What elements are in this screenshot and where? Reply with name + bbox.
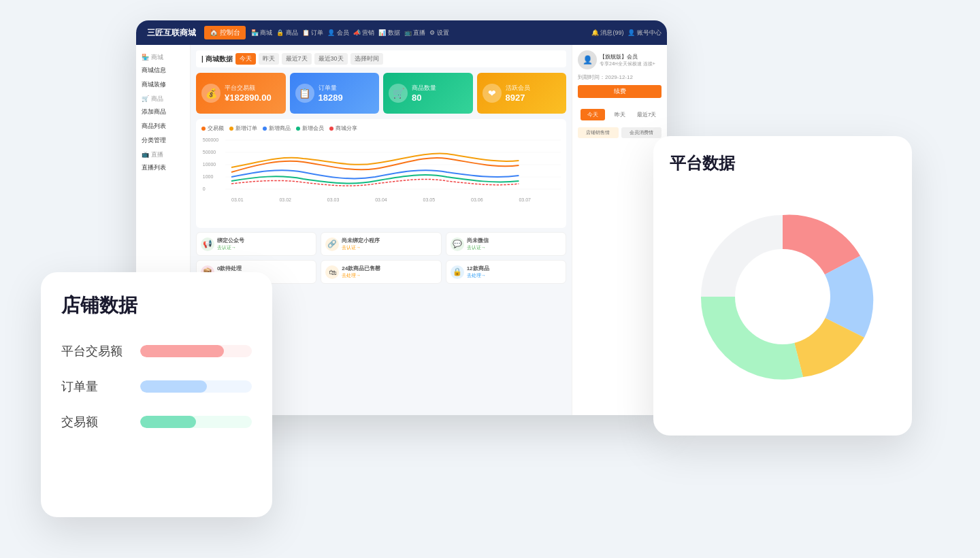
tab-today[interactable]: 今天 bbox=[581, 109, 605, 120]
legend-dot-share bbox=[329, 127, 333, 131]
orders-value: 18289 bbox=[318, 93, 343, 103]
metric-amount: 交易额 bbox=[61, 414, 252, 430]
stat-card-transaction: 💰 平台交易额 ¥182890.00 bbox=[196, 73, 286, 114]
right-info-panel: 👤 【旗舰版】会员 专享24H全天候极速 连接+ 到期时间：2029-12-12… bbox=[572, 45, 667, 415]
store-title: 店铺数据 bbox=[61, 293, 252, 318]
locked-icon: 🔒 bbox=[451, 265, 464, 279]
svg-text:03.04: 03.04 bbox=[375, 197, 387, 203]
sidebar-item-live-list[interactable]: 直播列表 bbox=[136, 161, 190, 175]
stat-card-members: ❤ 活跃会员 8927 bbox=[477, 73, 567, 114]
nav-member[interactable]: 👤 会员 bbox=[327, 29, 349, 37]
renew-button[interactable]: 续费 bbox=[578, 85, 662, 98]
orders-icon: 📋 bbox=[295, 84, 314, 103]
filter-yesterday[interactable]: 昨天 bbox=[259, 53, 279, 65]
notif-miniapp-text: 尚未绑定小程序 去认证→ bbox=[342, 237, 380, 251]
stat-card-orders: 📋 订单量 18289 bbox=[290, 73, 380, 114]
nav-live[interactable]: 📺 直播 bbox=[404, 29, 426, 37]
nav-order[interactable]: 📋 订单 bbox=[302, 29, 324, 37]
metric-amount-bar-bg bbox=[140, 416, 252, 428]
notif-miniapp-action[interactable]: 去认证→ bbox=[342, 244, 380, 251]
svg-text:1000: 1000 bbox=[203, 174, 214, 180]
members-value: 8927 bbox=[506, 93, 530, 103]
donut-chart bbox=[681, 195, 885, 399]
filter-30days[interactable]: 最近30天 bbox=[314, 53, 348, 65]
legend-label-transaction: 交易额 bbox=[208, 125, 224, 132]
expire-date: 到期时间：2029-12-12 bbox=[578, 73, 662, 81]
notif-miniapp[interactable]: 🔗 尚未绑定小程序 去认证→ bbox=[321, 232, 441, 256]
notif-wechat-text: 尚未微信 去认证→ bbox=[467, 237, 489, 251]
tab-7days[interactable]: 最近7天 bbox=[634, 109, 659, 120]
tab-store-sales[interactable]: 店铺销售情 bbox=[578, 127, 619, 138]
notif-public-action[interactable]: 去认证→ bbox=[217, 244, 244, 251]
miniapp-icon: 🔗 bbox=[325, 237, 339, 251]
sidebar-item-product-list[interactable]: 商品列表 bbox=[136, 119, 190, 133]
brand: 三匠互联商城 bbox=[142, 26, 201, 40]
legend-share: 商城分享 bbox=[329, 125, 357, 132]
avatar: 👤 bbox=[578, 50, 597, 69]
svg-text:03.03: 03.03 bbox=[327, 197, 340, 203]
sidebar-item-mall-info[interactable]: 商城信息 bbox=[136, 63, 190, 78]
legend-dot-orders bbox=[229, 127, 233, 131]
legend-label-members: 新增会员 bbox=[302, 125, 324, 132]
metric-orders-bar-bg bbox=[140, 380, 252, 393]
sidebar-section-product: 🛒 商品 bbox=[136, 92, 190, 105]
notif-locked[interactable]: 🔒 12款商品 去处理→ bbox=[446, 260, 566, 284]
members-icon: ❤ bbox=[483, 84, 502, 103]
products-info: 商品数量 80 bbox=[412, 84, 436, 103]
notif-soldout-text: 24款商品已售罄 去处理→ bbox=[342, 265, 380, 279]
bottom-tabs: 今天 昨天 最近7天 bbox=[578, 106, 662, 123]
sidebar-section-live: 📺 直播 bbox=[136, 148, 190, 161]
sidebar-section-mall: 🏪 商城 bbox=[136, 50, 190, 63]
sidebar-item-add-product[interactable]: 添加商品 bbox=[136, 105, 190, 119]
chart-svg: 500000 50000 10000 1000 0 03.01 03.02 bbox=[201, 135, 561, 210]
chart-legend: 交易额 新增订单 新增商品 新增会员 bbox=[201, 125, 561, 132]
tab-yesterday[interactable]: 昨天 bbox=[608, 109, 632, 120]
tab-member-consume[interactable]: 会员消费情 bbox=[621, 127, 662, 138]
legend-label-products: 新增商品 bbox=[269, 125, 291, 132]
legend-label-orders: 新增订单 bbox=[235, 125, 257, 132]
filter-today[interactable]: 今天 bbox=[235, 53, 256, 65]
nav-settings[interactable]: ⚙ 设置 bbox=[429, 29, 449, 37]
products-label: 商品数量 bbox=[412, 84, 436, 93]
transaction-icon: 💰 bbox=[201, 84, 220, 103]
svg-text:10000: 10000 bbox=[203, 161, 216, 168]
notif-wechat-action[interactable]: 去认证→ bbox=[467, 244, 489, 251]
svg-text:03.07: 03.07 bbox=[519, 197, 531, 203]
nav-product[interactable]: 🔒 商品 bbox=[276, 29, 298, 37]
notif-public-text: 绑定公众号 去认证→ bbox=[217, 237, 244, 251]
metric-transaction-label: 平台交易额 bbox=[61, 343, 129, 359]
notif-row-1: 📢 绑定公众号 去认证→ 🔗 尚未绑定小程序 去认证→ bbox=[196, 232, 566, 256]
scene-container: 三匠互联商城 🏠 控制台 🏪 商城 🔒 商品 📋 订单 👤 会员 📣 营销 📊 … bbox=[0, 0, 980, 558]
navbar: 三匠互联商城 🏠 控制台 🏪 商城 🔒 商品 📋 订单 👤 会员 📣 营销 📊 … bbox=[136, 20, 667, 45]
nav-mall[interactable]: 🏪 商城 bbox=[251, 29, 273, 37]
notif-miniapp-label: 尚未绑定小程序 bbox=[342, 237, 380, 244]
notif-wechat-label: 尚未微信 bbox=[467, 237, 489, 244]
notif-soldout-action[interactable]: 去处理→ bbox=[342, 272, 380, 279]
nav-marketing[interactable]: 📣 营销 bbox=[353, 29, 375, 37]
notif-locked-action[interactable]: 去处理→ bbox=[467, 272, 489, 279]
platform-title: 平台数据 bbox=[670, 152, 896, 174]
metric-amount-bar bbox=[140, 416, 196, 428]
notification-icon[interactable]: 🔔 消息(99) bbox=[591, 29, 624, 37]
transaction-info: 平台交易额 ¥182890.00 bbox=[225, 84, 272, 103]
user-details: 【旗舰版】会员 专享24H全天候极速 连接+ bbox=[600, 53, 655, 67]
members-info: 活跃会员 8927 bbox=[506, 84, 530, 103]
account-icon[interactable]: 👤 账号中心 bbox=[627, 29, 662, 37]
orders-info: 订单量 18289 bbox=[318, 84, 343, 103]
filter-7days[interactable]: 最近7天 bbox=[282, 53, 312, 65]
sidebar-item-category[interactable]: 分类管理 bbox=[136, 133, 190, 148]
active-tab[interactable]: 🏠 控制台 bbox=[204, 26, 246, 39]
filter-custom[interactable]: 选择时间 bbox=[350, 53, 383, 65]
stat-cards: 💰 平台交易额 ¥182890.00 📋 订单量 18289 bbox=[196, 73, 566, 114]
nav-data[interactable]: 📊 数据 bbox=[378, 29, 400, 37]
notif-wechat[interactable]: 💬 尚未微信 去认证→ bbox=[446, 232, 566, 256]
legend-orders: 新增订单 bbox=[229, 125, 257, 132]
soldout-icon: 🛍 bbox=[325, 265, 339, 279]
navbar-right: 🔔 消息(99) 👤 账号中心 bbox=[591, 29, 662, 37]
sidebar-item-mall-decor[interactable]: 商城装修 bbox=[136, 78, 190, 92]
notif-soldout[interactable]: 🛍 24款商品已售罄 去处理→ bbox=[321, 260, 441, 284]
notif-soldout-label: 24款商品已售罄 bbox=[342, 265, 380, 272]
svg-point-17 bbox=[735, 249, 830, 344]
orders-label: 订单量 bbox=[318, 84, 343, 93]
notif-public-account[interactable]: 📢 绑定公众号 去认证→ bbox=[196, 232, 316, 256]
